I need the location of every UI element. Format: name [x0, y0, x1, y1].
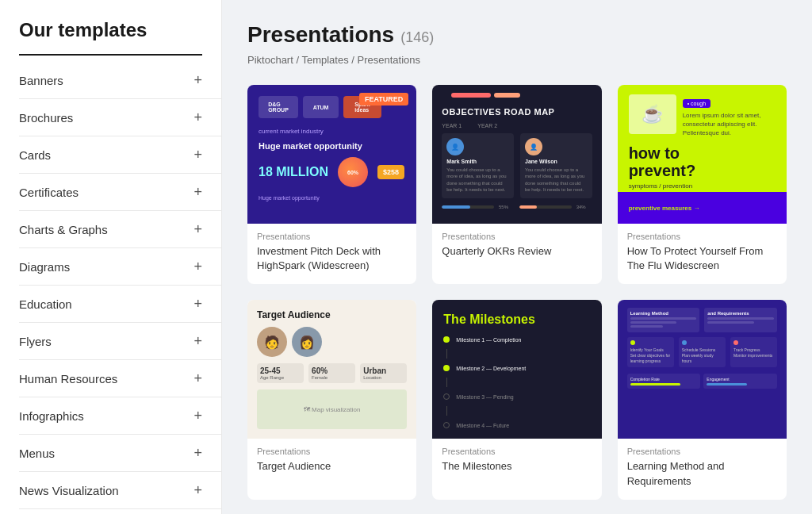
- template-name-t4: Target Audience: [257, 459, 407, 474]
- thumb6-extra: Completion Rate Engagement: [627, 374, 777, 389]
- thumb6-bottom-row: Identify Your GoalsSet clear objectives …: [627, 337, 777, 367]
- template-info-t2: Presentations Quarterly OKRs Review: [432, 224, 601, 270]
- plus-icon-certificates: +: [193, 185, 202, 199]
- breadcrumb: Piktochart / Templates / Presentations: [247, 54, 787, 66]
- sidebar-item-infographics[interactable]: Infographics+: [19, 397, 221, 435]
- sidebar-item-charts-graphs[interactable]: Charts & Graphs+: [19, 211, 221, 248]
- sidebar-item-brochures[interactable]: Brochures+: [19, 99, 221, 136]
- sidebar-label-banners: Banners: [19, 74, 63, 87]
- plus-icon-human-resources: +: [193, 371, 202, 386]
- sidebar-label-brochures: Brochures: [19, 111, 73, 125]
- template-name-t3: How To Protect Yourself From The Flu Wid…: [627, 244, 777, 273]
- thumb3-headline: how toprevent?: [618, 138, 787, 182]
- template-card-t1[interactable]: FEATURED D&GGROUP ATUM Sparkideas curren…: [247, 85, 416, 284]
- template-name-t6: Learning Method and Requirements: [627, 459, 777, 488]
- sidebar-item-menus[interactable]: Menus+: [19, 435, 221, 472]
- sidebar-label-education: Education: [19, 297, 72, 311]
- featured-badge: FEATURED: [359, 93, 408, 105]
- template-category-t4: Presentations: [257, 447, 407, 456]
- template-thumbnail-t3: ☕ • cough Lorem ipsum dolor sit amet, co…: [618, 85, 787, 224]
- thumb1-text: current market industry: [247, 125, 416, 138]
- thumb2-top: [432, 85, 601, 107]
- template-thumbnail-t1: FEATURED D&GGROUP ATUM Sparkideas curren…: [247, 85, 416, 224]
- thumb1-footer: Huge market opportunity: [247, 187, 416, 204]
- plus-icon-education: +: [193, 297, 202, 311]
- sidebar-item-news-visualization[interactable]: News Visualization+: [19, 472, 221, 509]
- plus-icon-diagrams: +: [193, 259, 202, 274]
- plus-icon-flyers: +: [193, 334, 202, 348]
- template-thumbnail-t2: OBJECTIVES ROAD MAP YEAR 1 YEAR 2 👤 Mark…: [432, 85, 601, 224]
- thumb5-title: The Milestones: [443, 313, 590, 327]
- template-card-t5[interactable]: The Milestones Milestone 1 — Completion …: [432, 300, 601, 499]
- thumb4-map: 🗺 Map visualization: [257, 389, 407, 429]
- sidebar-label-certificates: Certificates: [19, 186, 79, 199]
- template-card-t4[interactable]: Target Audience 🧑 👩 25-45 Age Range 60%: [247, 300, 416, 499]
- template-thumbnail-t6: Learning Method and Requirements: [618, 300, 787, 439]
- template-info-t3: Presentations How To Protect Yourself Fr…: [618, 224, 787, 284]
- sidebar-label-diagrams: Diagrams: [19, 260, 70, 274]
- template-card-t3[interactable]: ☕ • cough Lorem ipsum dolor sit amet, co…: [618, 85, 787, 284]
- thumb4-stats: 25-45 Age Range 60% Female Urban Locatio…: [257, 363, 407, 383]
- sidebar-label-charts-graphs: Charts & Graphs: [19, 223, 108, 236]
- templates-grid: FEATURED D&GGROUP ATUM Sparkideas curren…: [247, 85, 787, 500]
- thumb4-avatars: 🧑 👩: [257, 327, 407, 357]
- sidebar-nav: Banners+Brochures+Cards+Certificates+Cha…: [19, 62, 221, 509]
- template-info-t1: Presentations Investment Pitch Deck with…: [247, 224, 416, 284]
- thumb1-headline: Huge market opportunity: [247, 138, 416, 157]
- main-content: Presentations (146) Piktochart / Templat…: [222, 0, 812, 514]
- template-name-t2: Quarterly OKRs Review: [442, 244, 592, 259]
- thumb1-stats: 18 MILLION 60% $258: [247, 157, 416, 187]
- sidebar-title: Our templates: [19, 19, 221, 41]
- plus-icon-brochures: +: [193, 110, 202, 125]
- page-count: (146): [400, 29, 434, 46]
- template-name-t5: The Milestones: [442, 459, 592, 474]
- sidebar-item-banners[interactable]: Banners+: [19, 62, 221, 99]
- thumb2-progress: 55% 34%: [432, 198, 601, 209]
- plus-icon-cards: +: [193, 148, 202, 162]
- sidebar-item-diagrams[interactable]: Diagrams+: [19, 248, 221, 286]
- page-header: Presentations (146): [247, 22, 787, 48]
- sidebar-item-cards[interactable]: Cards+: [19, 136, 221, 174]
- thumb6-top-row: Learning Method and Requirements: [627, 308, 777, 332]
- template-thumbnail-t4: Target Audience 🧑 👩 25-45 Age Range 60%: [247, 300, 416, 439]
- sidebar-label-human-resources: Human Resources: [19, 372, 117, 386]
- plus-icon-infographics: +: [193, 409, 202, 423]
- sidebar-divider: [19, 54, 202, 56]
- template-thumbnail-t5: The Milestones Milestone 1 — Completion …: [432, 300, 601, 439]
- sidebar-item-flyers[interactable]: Flyers+: [19, 323, 221, 360]
- thumb3-header: ☕ • cough Lorem ipsum dolor sit amet, co…: [618, 85, 787, 138]
- sidebar-label-cards: Cards: [19, 148, 51, 162]
- sidebar-item-certificates[interactable]: Certificates+: [19, 174, 221, 211]
- thumb2-cols: 👤 Mark Smith You could choose up to a mo…: [432, 133, 601, 198]
- page-title: Presentations: [247, 22, 394, 48]
- sidebar: Our templates Banners+Brochures+Cards+Ce…: [0, 0, 222, 514]
- plus-icon-charts-graphs: +: [193, 222, 202, 236]
- template-info-t5: Presentations The Milestones: [432, 439, 601, 485]
- plus-icon-banners: +: [193, 73, 202, 87]
- template-info-t6: Presentations Learning Method and Requir…: [618, 439, 787, 499]
- template-category-t2: Presentations: [442, 232, 592, 241]
- thumb4-title: Target Audience: [257, 309, 407, 320]
- template-category-t3: Presentations: [627, 232, 777, 241]
- sidebar-label-infographics: Infographics: [19, 409, 84, 423]
- plus-icon-news-visualization: +: [193, 483, 202, 497]
- thumb3-bottom: preventive measures →: [618, 192, 787, 224]
- template-name-t1: Investment Pitch Deck with HighSpark (Wi…: [257, 244, 407, 273]
- thumb5-timeline: Milestone 1 — Completion Milestone 2 — D…: [443, 336, 590, 428]
- sidebar-item-education[interactable]: Education+: [19, 286, 221, 323]
- sidebar-label-menus: Menus: [19, 447, 55, 460]
- template-card-t6[interactable]: Learning Method and Requirements: [618, 300, 787, 499]
- sidebar-label-flyers: Flyers: [19, 335, 52, 348]
- template-category-t5: Presentations: [442, 447, 592, 456]
- template-info-t4: Presentations Target Audience: [247, 439, 416, 485]
- sidebar-label-news-visualization: News Visualization: [19, 484, 119, 497]
- template-category-t6: Presentations: [627, 447, 777, 456]
- thumb3-subtext: symptoms / prevention: [618, 182, 787, 190]
- template-category-t1: Presentations: [257, 232, 407, 241]
- sidebar-item-human-resources[interactable]: Human Resources+: [19, 360, 221, 397]
- plus-icon-menus: +: [193, 446, 202, 460]
- thumb2-title: OBJECTIVES ROAD MAP: [432, 107, 601, 123]
- template-card-t2[interactable]: OBJECTIVES ROAD MAP YEAR 1 YEAR 2 👤 Mark…: [432, 85, 601, 284]
